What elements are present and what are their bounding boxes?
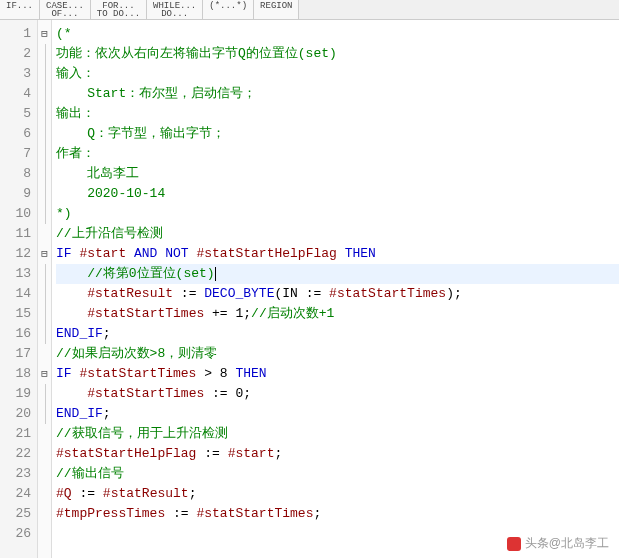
code-token: //上升沿信号检测 [56, 226, 163, 241]
code-token: *) [56, 206, 72, 221]
fold-guide [38, 424, 51, 444]
fold-guide [38, 304, 51, 324]
code-area[interactable]: (*功能：依次从右向左将输出字节Q的位置位(set)输入： Start：布尔型，… [52, 20, 619, 558]
fold-toggle-icon[interactable] [38, 244, 51, 264]
line-number: 26 [2, 524, 31, 544]
code-line[interactable]: #statResult := DECO_BYTE(IN := #statStar… [56, 284, 619, 304]
fold-guide [38, 444, 51, 464]
fold-guide [38, 264, 51, 284]
code-line[interactable]: IF #start AND NOT #statStartHelpFlag THE… [56, 244, 619, 264]
snippet-tab[interactable]: CASE...OF... [40, 0, 91, 19]
line-number: 17 [2, 344, 31, 364]
code-line[interactable]: 作者： [56, 144, 619, 164]
code-line[interactable]: 输出： [56, 104, 619, 124]
fold-guide [38, 324, 51, 344]
fold-guide [38, 344, 51, 364]
code-line[interactable]: END_IF; [56, 404, 619, 424]
fold-toggle-icon[interactable] [38, 24, 51, 44]
code-token: #Q [56, 486, 72, 501]
snippet-tab[interactable]: WHILE...DO... [147, 0, 203, 19]
code-token: 北岛李工 [56, 166, 139, 181]
code-token: #statStartHelpFlag [196, 246, 336, 261]
code-token: ; [189, 486, 197, 501]
code-token: THEN [337, 246, 376, 261]
code-line[interactable]: //如果启动次数>8，则清零 [56, 344, 619, 364]
code-line[interactable]: //上升沿信号检测 [56, 224, 619, 244]
toutiao-logo-icon [507, 537, 521, 551]
snippet-tab[interactable]: REGION [254, 0, 299, 19]
code-line[interactable]: //将第0位置位(set) [56, 264, 619, 284]
line-number: 14 [2, 284, 31, 304]
code-token: 2020-10-14 [56, 186, 165, 201]
code-line[interactable]: 2020-10-14 [56, 184, 619, 204]
line-number: 3 [2, 64, 31, 84]
line-number: 21 [2, 424, 31, 444]
fold-column[interactable] [38, 20, 52, 558]
line-number: 15 [2, 304, 31, 324]
code-line[interactable]: #tmpPressTimes := #statStartTimes; [56, 504, 619, 524]
code-token: DECO_BYTE [204, 286, 274, 301]
snippet-tab[interactable]: (*...*) [203, 0, 254, 19]
fold-guide [38, 404, 51, 424]
code-token: #statStartTimes [87, 386, 204, 401]
code-token: #statStartTimes [196, 506, 313, 521]
watermark: 头条@北岛李工 [507, 535, 609, 552]
code-editor[interactable]: 1234567891011121314151617181920212223242… [0, 20, 619, 558]
code-token [56, 286, 87, 301]
code-line[interactable]: 功能：依次从右向左将输出字节Q的位置位(set) [56, 44, 619, 64]
code-line[interactable]: Q：字节型，输出字节； [56, 124, 619, 144]
fold-guide [38, 504, 51, 524]
snippet-tab[interactable]: IF... [0, 0, 40, 19]
code-line[interactable]: Start：布尔型，启动信号； [56, 84, 619, 104]
code-token: #tmpPressTimes [56, 506, 165, 521]
code-token: > [196, 366, 219, 381]
line-number: 7 [2, 144, 31, 164]
code-token: #statResult [103, 486, 189, 501]
code-line[interactable]: (* [56, 24, 619, 44]
code-token [56, 306, 87, 321]
code-token: #statStartHelpFlag [56, 446, 196, 461]
code-token: END_IF [56, 326, 103, 341]
code-line[interactable]: *) [56, 204, 619, 224]
line-number: 24 [2, 484, 31, 504]
code-line[interactable]: END_IF; [56, 324, 619, 344]
code-token [56, 386, 87, 401]
code-token: Q：字节型，输出字节； [56, 126, 225, 141]
line-number: 18 [2, 364, 31, 384]
code-line[interactable]: //获取信号，用于上升沿检测 [56, 424, 619, 444]
code-line[interactable]: #statStartTimes := 0; [56, 384, 619, 404]
code-token: IF [56, 246, 79, 261]
code-line[interactable]: #Q := #statResult; [56, 484, 619, 504]
fold-toggle-icon[interactable] [38, 364, 51, 384]
fold-guide [38, 144, 51, 164]
code-token: //输出信号 [56, 466, 124, 481]
code-line[interactable]: 输入： [56, 64, 619, 84]
fold-guide [38, 84, 51, 104]
code-line[interactable]: #statStartTimes += 1;//启动次数+1 [56, 304, 619, 324]
line-number: 20 [2, 404, 31, 424]
code-token: 输入： [56, 66, 95, 81]
code-token: ); [446, 286, 462, 301]
code-token: #statStartTimes [329, 286, 446, 301]
code-token: //如果启动次数>8，则清零 [56, 346, 217, 361]
code-token: += [204, 306, 235, 321]
code-line[interactable]: IF #statStartTimes > 8 THEN [56, 364, 619, 384]
snippet-tab[interactable]: FOR...TO DO... [91, 0, 147, 19]
code-token: IF [56, 366, 79, 381]
code-line[interactable]: //输出信号 [56, 464, 619, 484]
code-token: #statResult [87, 286, 173, 301]
line-number: 2 [2, 44, 31, 64]
line-number: 13 [2, 264, 31, 284]
line-number: 12 [2, 244, 31, 264]
code-line[interactable]: 北岛李工 [56, 164, 619, 184]
code-token: THEN [228, 366, 267, 381]
code-token: := [196, 446, 227, 461]
code-token: := [204, 386, 235, 401]
code-line[interactable]: #statStartHelpFlag := #start; [56, 444, 619, 464]
code-token: ; [103, 326, 111, 341]
fold-guide [38, 64, 51, 84]
code-token: ; [243, 306, 251, 321]
snippet-tabs: IF... CASE...OF...FOR...TO DO...WHILE...… [0, 0, 619, 20]
code-token: #statStartTimes [87, 306, 204, 321]
code-token: //将第0位置位(set) [56, 266, 215, 281]
